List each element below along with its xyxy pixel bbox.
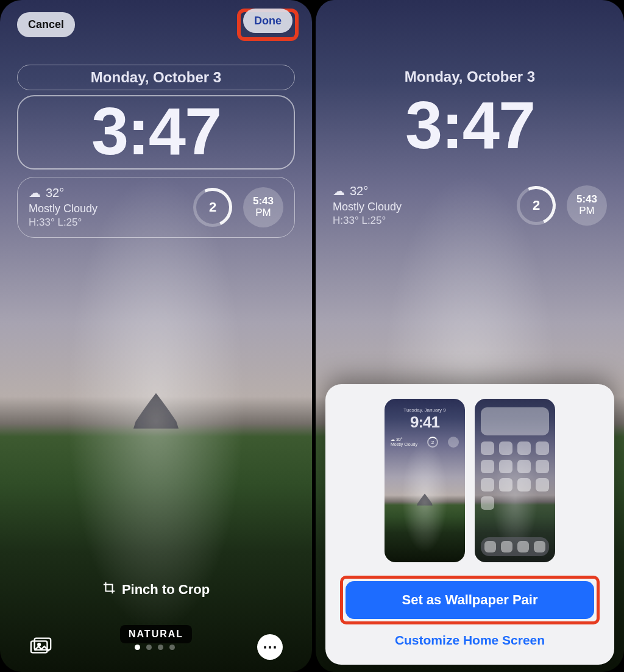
- weather-temp: 32°: [350, 183, 368, 199]
- preview-app-icon: [481, 478, 494, 491]
- crop-icon: [102, 581, 116, 598]
- done-button-highlight: Done: [241, 12, 295, 37]
- clock-widget[interactable]: 3:47: [17, 95, 295, 170]
- weather-widget: ☁32° Mostly Cloudy H:33° L:25°: [333, 183, 402, 228]
- cancel-button[interactable]: Cancel: [17, 12, 75, 37]
- preview-app-icon: [499, 441, 512, 455]
- crop-hint-text: Pinch to Crop: [122, 582, 210, 598]
- phone-left-edit-lockscreen: Cancel Done Monday, October 3 3:47 ☁32° …: [0, 0, 312, 672]
- svg-point-2: [38, 643, 40, 646]
- sunset-widget[interactable]: 5:43 PM: [243, 187, 283, 227]
- weather-desc: Mostly Cloudy: [333, 199, 402, 214]
- cloud-icon: ☁: [29, 185, 41, 201]
- uv-ring-widget[interactable]: 2: [193, 188, 232, 227]
- uv-value: 2: [209, 199, 216, 215]
- page-dots[interactable]: [135, 645, 175, 650]
- preview-app-icon: [536, 478, 549, 491]
- set-wallpaper-pair-highlight: Set as Wallpaper Pair: [340, 576, 600, 624]
- clock-display: 3:47: [333, 91, 607, 159]
- page-dot: [135, 645, 140, 650]
- sunset-period: PM: [579, 206, 595, 217]
- date-display: Monday, October 3: [333, 68, 607, 85]
- page-dot: [146, 645, 152, 650]
- lock-screen-preview[interactable]: Tuesday, January 9 9:41 ☁ 30° Mostly Clo…: [385, 399, 465, 562]
- preview-app-icon: [536, 441, 549, 455]
- sunset-time: 5:43: [576, 194, 597, 206]
- preview-app-icon: [517, 460, 531, 473]
- preview-weather: ☁ 30° Mostly Cloudy: [391, 437, 417, 446]
- preview-app-icon: [484, 541, 496, 552]
- sunset-widget: 5:43 PM: [567, 185, 607, 226]
- date-widget[interactable]: Monday, October 3: [17, 65, 295, 90]
- widgets-row[interactable]: ☁32° Mostly Cloudy H:33° L:25° 2 5:43 PM: [17, 177, 295, 238]
- preview-app-icon: [517, 541, 529, 552]
- widgets-row: ☁32° Mostly Cloudy H:33° L:25° 2 5:43 PM: [333, 183, 607, 228]
- done-button[interactable]: Done: [243, 9, 292, 33]
- weather-range: H:33° L:25°: [29, 216, 98, 230]
- preview-app-icon: [481, 441, 494, 455]
- preview-sunset: [448, 437, 459, 448]
- more-button[interactable]: ⋯: [257, 634, 283, 660]
- preview-home-widget: [481, 407, 549, 435]
- photos-icon[interactable]: [29, 636, 52, 658]
- ellipsis-icon: ⋯: [263, 638, 277, 656]
- sunset-time: 5:43: [253, 196, 274, 207]
- weather-range: H:33° L:25°: [333, 214, 402, 228]
- preview-app-icon: [534, 541, 545, 552]
- set-wallpaper-pair-button[interactable]: Set as Wallpaper Pair: [346, 581, 594, 619]
- preview-app-icon: [481, 496, 494, 510]
- preview-date: Tuesday, January 9: [385, 407, 465, 413]
- page-dot: [169, 645, 175, 650]
- weather-widget[interactable]: ☁32° Mostly Cloudy H:33° L:25°: [29, 185, 98, 230]
- weather-temp: 32°: [46, 185, 64, 201]
- bottom-toolbar: ⋯: [0, 634, 312, 660]
- phone-right-set-wallpaper: Monday, October 3 3:47 ☁32° Mostly Cloud…: [312, 0, 624, 672]
- uv-ring-widget: 2: [517, 186, 556, 225]
- sunset-period: PM: [255, 207, 271, 219]
- uv-value: 2: [533, 198, 540, 213]
- wallpaper-previews: Tuesday, January 9 9:41 ☁ 30° Mostly Clo…: [340, 399, 600, 562]
- preview-app-icon: [499, 478, 512, 491]
- preview-time: 9:41: [385, 413, 465, 432]
- weather-desc: Mostly Cloudy: [29, 201, 98, 216]
- preview-app-icon: [517, 441, 531, 455]
- set-wallpaper-sheet: Tuesday, January 9 9:41 ☁ 30° Mostly Clo…: [325, 384, 614, 665]
- preview-dock: [481, 537, 549, 556]
- page-dot: [158, 645, 163, 650]
- pinch-to-crop-hint: Pinch to Crop: [0, 581, 312, 598]
- preview-app-icon: [517, 478, 531, 491]
- preview-uv: 2: [427, 437, 438, 448]
- customize-home-screen-link[interactable]: Customize Home Screen: [340, 633, 600, 648]
- preview-app-icon: [501, 541, 512, 552]
- preview-app-icon: [499, 460, 512, 473]
- preview-app-icon: [481, 460, 494, 473]
- cloud-icon: ☁: [333, 183, 345, 199]
- home-screen-preview[interactable]: [475, 399, 555, 562]
- preview-app-icon: [536, 460, 549, 473]
